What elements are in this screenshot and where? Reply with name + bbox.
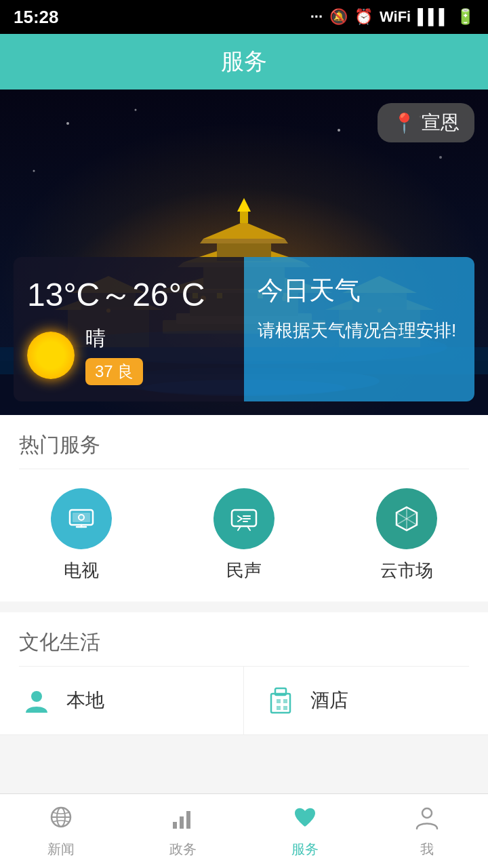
- svg-rect-64: [283, 706, 287, 710]
- location-badge[interactable]: 📍 宣恩: [378, 103, 474, 142]
- sun-icon: [27, 332, 75, 379]
- culture-item-hotel[interactable]: 酒店: [244, 667, 488, 735]
- weather-icon-row: 晴 37 良: [27, 325, 230, 385]
- network-icon: ▌▌▌: [418, 8, 449, 26]
- signal-icon: ···: [310, 8, 323, 26]
- today-weather-title: 今日天气: [258, 273, 461, 308]
- weather-right-panel: 今日天气 请根据天气情况合理安排!: [244, 257, 474, 401]
- nav-item-news[interactable]: 新闻: [0, 794, 122, 868]
- me-icon: [414, 804, 440, 836]
- weather-condition-block: 晴 37 良: [85, 325, 143, 385]
- mute-icon: 🔕: [329, 8, 348, 26]
- wifi-icon: WiFi: [380, 8, 411, 26]
- hotel-label: 酒店: [310, 688, 348, 713]
- culture-item-local[interactable]: 本地: [0, 667, 244, 735]
- service-label: 服务: [291, 840, 319, 859]
- nav-item-me[interactable]: 我: [366, 794, 488, 868]
- page-title: 服务: [221, 48, 267, 74]
- top-bar: 服务: [0, 34, 488, 90]
- tv-label: 电视: [64, 559, 99, 583]
- svg-point-37: [66, 122, 69, 125]
- svg-point-41: [439, 156, 442, 159]
- service-icon: [292, 804, 318, 836]
- svg-rect-70: [186, 811, 190, 829]
- hero-banner: 📍 宣恩 13°C～26°C 晴 37 良 今日天气 请根据天气情况合理安排!: [0, 90, 488, 415]
- nav-item-service[interactable]: 服务: [244, 794, 366, 868]
- tv-icon-circle: [51, 488, 112, 549]
- local-label: 本地: [66, 688, 104, 713]
- today-weather-desc: 请根据天气情况合理安排!: [258, 317, 461, 344]
- location-name: 宣恩: [422, 110, 460, 136]
- hotel-icon: [263, 683, 298, 718]
- market-label: 云市场: [380, 559, 433, 583]
- weather-left-panel: 13°C～26°C 晴 37 良: [14, 257, 244, 401]
- news-label: 新闻: [47, 840, 75, 859]
- svg-rect-69: [180, 816, 184, 829]
- local-icon: [19, 683, 54, 718]
- alarm-icon: ⏰: [354, 8, 373, 26]
- gov-label: 政务: [169, 840, 197, 859]
- culture-grid: 本地 酒店: [0, 667, 488, 735]
- weather-condition: 晴: [85, 325, 143, 353]
- svg-rect-61: [277, 699, 281, 703]
- svg-marker-16: [200, 239, 288, 243]
- hot-services-section: 热门服务 电视: [0, 415, 488, 601]
- svg-point-58: [31, 691, 42, 702]
- svg-point-72: [422, 808, 432, 818]
- hot-services-title: 热门服务: [0, 415, 488, 469]
- culture-title: 文化生活: [0, 612, 488, 666]
- services-grid: 电视 民声: [0, 469, 488, 601]
- service-item-tv[interactable]: 电视: [0, 488, 163, 583]
- svg-point-38: [135, 109, 137, 111]
- news-icon: [48, 804, 74, 836]
- status-bar: 15:28 ··· 🔕 ⏰ WiFi ▌▌▌ 🔋: [0, 0, 488, 34]
- bottom-nav: 新闻 政务 服务 我: [0, 793, 488, 868]
- status-time: 15:28: [14, 7, 59, 28]
- culture-section: 文化生活 本地 酒店: [0, 612, 488, 735]
- battery-icon: 🔋: [456, 8, 474, 26]
- svg-rect-62: [283, 699, 287, 703]
- nav-item-gov[interactable]: 政务: [122, 794, 244, 868]
- location-pin-icon: 📍: [392, 112, 416, 134]
- status-icons: ··· 🔕 ⏰ WiFi ▌▌▌ 🔋: [310, 8, 474, 26]
- service-item-market[interactable]: 云市场: [325, 488, 488, 583]
- temperature-range: 13°C～26°C: [27, 273, 230, 317]
- voice-label: 民声: [226, 559, 262, 583]
- svg-rect-68: [173, 822, 177, 829]
- me-label: 我: [420, 840, 434, 859]
- svg-rect-63: [277, 706, 281, 710]
- aqi-badge: 37 良: [85, 358, 143, 385]
- gov-icon: [170, 804, 196, 836]
- weather-card: 13°C～26°C 晴 37 良 今日天气 请根据天气情况合理安排!: [14, 257, 474, 401]
- voice-icon-circle: [214, 488, 274, 549]
- service-item-voice[interactable]: 民声: [163, 488, 325, 583]
- market-icon-circle: [376, 488, 437, 549]
- svg-point-39: [338, 129, 340, 132]
- svg-point-42: [33, 170, 35, 172]
